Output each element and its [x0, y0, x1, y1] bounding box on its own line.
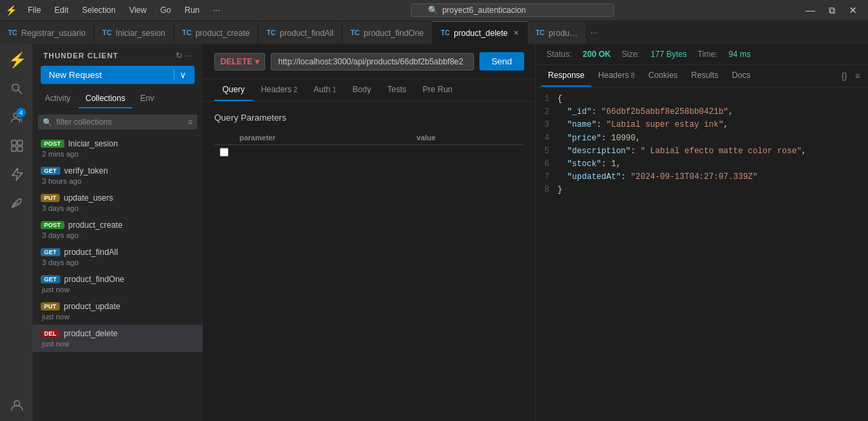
url-input[interactable] — [271, 53, 473, 71]
activity-extensions[interactable] — [3, 132, 30, 159]
tab-product-delete[interactable]: TC product_delete ✕ — [433, 21, 528, 44]
menu-view[interactable]: View — [123, 4, 152, 16]
sidebar-tab-activity[interactable]: Activity — [38, 89, 77, 108]
restore-button[interactable]: ⧉ — [823, 3, 841, 18]
tabs-overflow-button[interactable]: ··· — [587, 21, 601, 44]
tab-product-create[interactable]: TC product_create — [174, 21, 258, 44]
time-value: 94 ms — [728, 49, 751, 59]
menu-run[interactable]: Run — [179, 4, 205, 16]
send-button[interactable]: Send — [479, 52, 524, 71]
tab-label: product_findAll — [280, 28, 334, 38]
menu-more[interactable]: ··· — [208, 4, 225, 16]
tab-label: Results — [691, 71, 718, 80]
line-number: 7 — [541, 171, 557, 184]
menu-selection[interactable]: Selection — [77, 4, 121, 16]
method-label: DELETE — [220, 57, 252, 66]
activity-leaf[interactable] — [3, 189, 30, 216]
refresh-button[interactable]: ↻ — [176, 51, 182, 60]
param-name-cell[interactable] — [234, 145, 411, 162]
collection-time: just now — [41, 313, 195, 321]
tab-label: Query — [222, 85, 245, 94]
collection-item-header: PUT update_users — [41, 193, 195, 203]
activity-users[interactable]: 4 — [3, 104, 30, 131]
close-button[interactable]: ✕ — [844, 3, 863, 18]
tc-badge: TC — [267, 29, 275, 37]
collection-item-product-delete[interactable]: DEL product_delete just now — [33, 325, 203, 352]
new-request-button[interactable]: New Request ∨ — [41, 66, 195, 84]
menu-bar: File Edit Selection View Go Run ··· — [22, 4, 225, 16]
code-line-5: 5 "description": " Labial efecto matte c… — [536, 145, 868, 158]
tab-product-findone[interactable]: TC product_findOne — [342, 21, 433, 44]
tab-product-findall[interactable]: TC product_findAll — [258, 21, 342, 44]
activity-thunder[interactable]: ⚡ — [3, 47, 30, 74]
request-tab-tests[interactable]: Tests — [379, 79, 414, 101]
collection-item-update-users[interactable]: PUT update_users 3 days ago — [33, 189, 203, 216]
tab-label: Tests — [387, 85, 406, 94]
code-content: { — [557, 93, 562, 106]
menu-edit[interactable]: Edit — [49, 4, 74, 16]
collection-name: product_findAll — [64, 247, 118, 257]
tab-label: Response — [548, 71, 585, 80]
minimize-button[interactable]: — — [800, 3, 821, 18]
collection-item-iniciar[interactable]: POST Iniciar_sesion 2 mins ago — [33, 135, 203, 162]
search-icon: 🔍 — [43, 118, 52, 127]
more-options-button[interactable]: ··· — [185, 51, 192, 60]
tab-iniciar[interactable]: TC Iniciar_sesion — [94, 21, 174, 44]
response-tabs: Response Headers 8 Cookies Results Docs … — [536, 65, 868, 87]
request-tab-body[interactable]: Body — [344, 79, 379, 101]
menu-go[interactable]: Go — [155, 4, 176, 16]
response-tab-results[interactable]: Results — [684, 65, 725, 87]
activity-lightning[interactable] — [3, 161, 30, 188]
response-tab-headers[interactable]: Headers 8 — [591, 65, 642, 87]
braces-icon[interactable]: {} — [839, 70, 850, 82]
tab-label: Body — [353, 85, 371, 94]
method-badge-post: POST — [41, 221, 64, 229]
request-tab-prerun[interactable]: Pre Run — [414, 79, 460, 101]
tc-badge: TC — [102, 29, 111, 37]
search-input[interactable] — [56, 117, 184, 127]
response-tab-docs[interactable]: Docs — [725, 65, 757, 87]
line-number: 3 — [541, 119, 557, 132]
response-tab-response[interactable]: Response — [541, 65, 591, 87]
tab-close-button[interactable]: ✕ — [513, 29, 519, 37]
collection-item-product-update[interactable]: PUT product_update just now — [33, 298, 203, 325]
line-number: 2 — [541, 106, 557, 119]
sidebar-app-name: THUNDER CLIENT — [43, 52, 119, 60]
menu-file[interactable]: File — [22, 4, 46, 16]
param-checkbox[interactable] — [220, 148, 229, 157]
collection-item-header: GET verify_token — [41, 166, 195, 176]
response-tab-cookies[interactable]: Cookies — [642, 65, 684, 87]
line-number: 6 — [541, 158, 557, 171]
tab-registrar[interactable]: TC Registrar_usuario — [0, 21, 94, 44]
tc-badge: TC — [351, 29, 359, 37]
method-chevron-icon: ▾ — [255, 57, 259, 66]
code-content: "price": 10990, — [557, 132, 640, 145]
tab-product-more[interactable]: TC produ… — [528, 21, 587, 44]
search-icon: 🔍 — [428, 5, 438, 15]
response-tab-actions: {} ≡ — [839, 70, 863, 82]
line-number: 4 — [541, 132, 557, 145]
sidebar-tab-env[interactable]: Env — [134, 89, 161, 108]
method-select[interactable]: DELETE ▾ — [214, 53, 265, 71]
request-tab-headers[interactable]: Headers 2 — [253, 79, 306, 101]
line-number: 8 — [541, 184, 557, 197]
sidebar-tab-collections[interactable]: Collections — [79, 89, 132, 108]
param-value-cell[interactable] — [411, 145, 524, 162]
request-tab-auth[interactable]: Auth 1 — [306, 79, 344, 101]
collection-item-verify[interactable]: GET verify_token 3 hours ago — [33, 162, 203, 189]
params-table: parameter value — [214, 131, 524, 161]
users-badge: 4 — [16, 108, 26, 117]
collection-item-product-findall[interactable]: GET product_findAll 3 days ago — [33, 243, 203, 270]
activity-search[interactable] — [3, 75, 30, 102]
app-icon: ⚡ — [5, 5, 17, 16]
response-status-bar: Status: 200 OK Size: 177 Bytes Time: 94 … — [536, 44, 868, 65]
activity-account[interactable] — [3, 391, 30, 418]
request-tab-query[interactable]: Query — [214, 79, 253, 101]
titlebar-search-box[interactable]: 🔍 proyect6_autenticacion — [411, 3, 614, 17]
collection-item-product-findone[interactable]: GET product_findOne just now — [33, 270, 203, 298]
svg-rect-6 — [12, 146, 16, 151]
collection-name: verify_token — [64, 166, 108, 176]
collection-item-product-create[interactable]: POST product_create 3 days ago — [33, 216, 203, 243]
more-actions-icon[interactable]: ≡ — [852, 70, 863, 82]
filter-menu-icon[interactable]: ≡ — [188, 117, 193, 127]
